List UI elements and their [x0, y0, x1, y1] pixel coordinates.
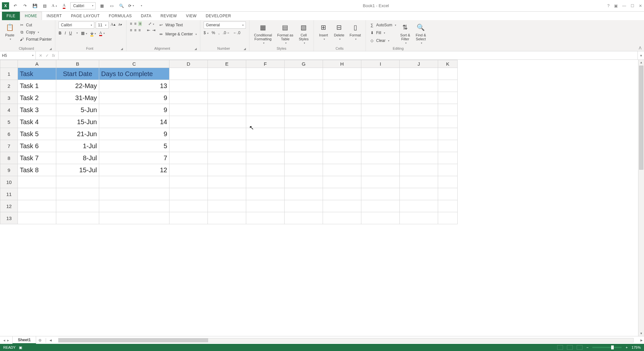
qat-icon-1[interactable]: ▦: [98, 2, 105, 9]
cell[interactable]: [56, 188, 99, 200]
accounting-format-icon[interactable]: $▾: [204, 31, 208, 35]
cell[interactable]: [169, 80, 208, 92]
qat-icon-2[interactable]: ▭: [108, 2, 115, 9]
tab-formulas[interactable]: FORMULAS: [104, 12, 137, 20]
normal-view-icon[interactable]: [557, 345, 563, 350]
cell[interactable]: Task 4: [18, 116, 56, 128]
column-header[interactable]: D: [169, 60, 208, 68]
cell[interactable]: Task 7: [18, 152, 56, 164]
cell[interactable]: [361, 68, 400, 80]
find-select-button[interactable]: 🔍 Find & Select▾: [414, 21, 427, 45]
cell[interactable]: 15-Jul: [56, 164, 99, 176]
align-right-icon[interactable]: ≡: [138, 28, 141, 32]
cell[interactable]: [99, 212, 169, 224]
delete-cells-button[interactable]: ⊟ Delete▾: [333, 21, 346, 41]
cell[interactable]: [400, 140, 438, 152]
bold-button[interactable]: B: [59, 31, 61, 35]
cell[interactable]: [438, 152, 458, 164]
cell[interactable]: [208, 128, 246, 140]
zoom-in-icon[interactable]: +: [625, 345, 627, 349]
column-header[interactable]: J: [400, 60, 438, 68]
cell[interactable]: [361, 152, 400, 164]
cell[interactable]: [285, 92, 323, 104]
row-header[interactable]: 5: [0, 116, 18, 128]
sheet-tab-active[interactable]: Sheet1: [12, 336, 36, 344]
cell[interactable]: [361, 188, 400, 200]
format-as-table-button[interactable]: ▤ Format as Table▾: [276, 21, 295, 45]
dialog-launcher-icon[interactable]: ◢: [121, 47, 123, 50]
cell[interactable]: [285, 104, 323, 116]
cell[interactable]: Task 6: [18, 140, 56, 152]
enter-formula-icon[interactable]: ✓: [46, 53, 49, 58]
tab-file[interactable]: FILE: [2, 12, 20, 20]
cell[interactable]: [285, 80, 323, 92]
prev-sheet-icon[interactable]: ◂: [3, 338, 5, 343]
cell[interactable]: [285, 152, 323, 164]
cell[interactable]: [438, 104, 458, 116]
cell[interactable]: [323, 116, 361, 128]
cell[interactable]: [208, 140, 246, 152]
cell[interactable]: [323, 152, 361, 164]
column-header[interactable]: A: [18, 60, 56, 68]
expand-formula-bar-icon[interactable]: ▾: [637, 51, 644, 59]
cell[interactable]: [285, 128, 323, 140]
help-icon[interactable]: ?: [607, 4, 610, 8]
cell[interactable]: [169, 188, 208, 200]
cell[interactable]: [361, 116, 400, 128]
cell[interactable]: Task 3: [18, 104, 56, 116]
cell[interactable]: [169, 104, 208, 116]
cell[interactable]: [246, 200, 285, 212]
cell[interactable]: [169, 212, 208, 224]
cell[interactable]: [438, 116, 458, 128]
cell[interactable]: [438, 176, 458, 188]
dialog-launcher-icon[interactable]: ◢: [195, 47, 197, 50]
cell[interactable]: [361, 92, 400, 104]
scroll-right-icon[interactable]: ▶: [639, 339, 644, 342]
spreadsheet[interactable]: ABCDEFGHIJK1TaskStart DateDays to Comple…: [0, 60, 458, 224]
tab-data[interactable]: DATA: [136, 12, 156, 20]
cell[interactable]: [285, 116, 323, 128]
column-header[interactable]: H: [323, 60, 361, 68]
undo-icon[interactable]: ↶: [12, 2, 19, 9]
paste-button[interactable]: 📋 Paste ▾: [3, 21, 16, 41]
cell[interactable]: [246, 68, 285, 80]
row-header[interactable]: 9: [0, 164, 18, 176]
column-header[interactable]: E: [208, 60, 246, 68]
cell[interactable]: 22-May: [56, 80, 99, 92]
cell[interactable]: [323, 104, 361, 116]
cell[interactable]: [208, 212, 246, 224]
copy-button[interactable]: ⧉ Copy▾: [19, 29, 52, 36]
cell[interactable]: [438, 188, 458, 200]
zoom-out-icon[interactable]: −: [586, 345, 588, 349]
cell[interactable]: [400, 212, 438, 224]
cell[interactable]: [208, 200, 246, 212]
align-top-icon[interactable]: ≡: [130, 21, 132, 26]
italic-button[interactable]: I: [65, 31, 66, 35]
row-header[interactable]: 13: [0, 212, 18, 224]
row-header[interactable]: 4: [0, 104, 18, 116]
cell[interactable]: 21-Jun: [56, 128, 99, 140]
align-bottom-icon[interactable]: ≡: [138, 21, 142, 26]
scroll-left-icon[interactable]: ◀: [48, 339, 53, 342]
fill-color-button[interactable]: ⬙▾: [90, 31, 96, 35]
cell[interactable]: [285, 68, 323, 80]
close-button[interactable]: ✕: [639, 4, 642, 8]
increase-font-icon[interactable]: A▴: [110, 21, 116, 27]
sort-filter-button[interactable]: ⇅ Sort & Filter▾: [399, 21, 412, 45]
cell[interactable]: [285, 200, 323, 212]
column-header[interactable]: I: [361, 60, 400, 68]
cell[interactable]: 13: [99, 80, 169, 92]
increase-decimal-icon[interactable]: .0→: [223, 31, 230, 35]
cell[interactable]: [361, 104, 400, 116]
cell[interactable]: [438, 164, 458, 176]
cell[interactable]: 5-Jun: [56, 104, 99, 116]
cell[interactable]: [361, 80, 400, 92]
cell[interactable]: [361, 128, 400, 140]
column-header[interactable]: F: [246, 60, 285, 68]
cell[interactable]: [99, 200, 169, 212]
cell[interactable]: 31-May: [56, 92, 99, 104]
cell[interactable]: [400, 200, 438, 212]
fill-button[interactable]: ⬇ Fill▾: [369, 29, 396, 36]
scroll-down-icon[interactable]: ▼: [638, 331, 644, 336]
underline-button[interactable]: U: [69, 31, 72, 35]
